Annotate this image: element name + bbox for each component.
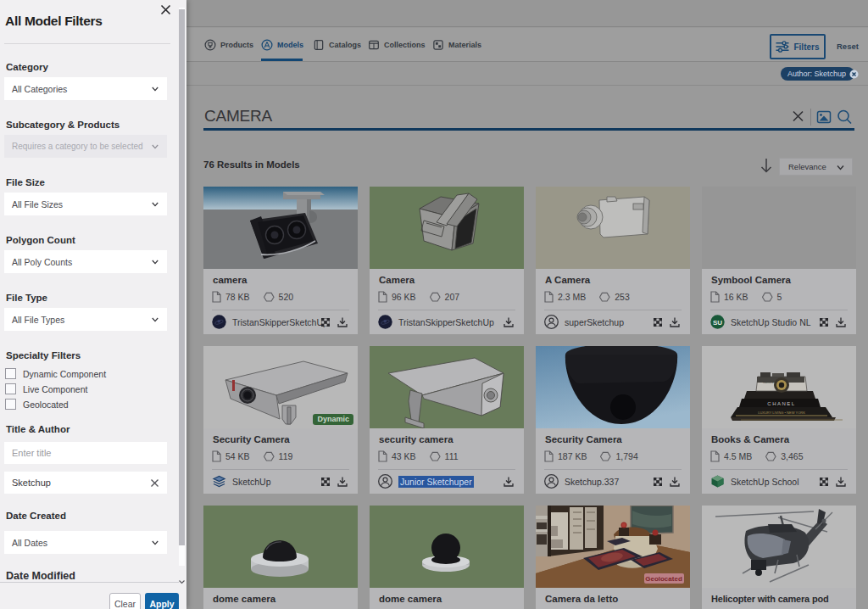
svg-text:Camera: Camera (763, 381, 774, 384)
svg-text:Geolocated: Geolocated (645, 575, 682, 583)
svg-text:CHANEL: CHANEL (767, 401, 795, 406)
svg-text:SU: SU (713, 319, 722, 327)
svg-text:LUXURY LIVING • NEW YORK: LUXURY LIVING • NEW YORK (758, 411, 805, 415)
